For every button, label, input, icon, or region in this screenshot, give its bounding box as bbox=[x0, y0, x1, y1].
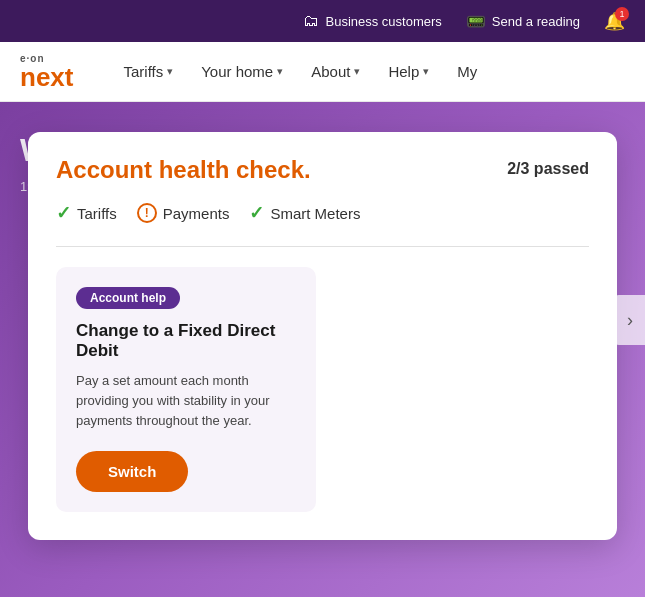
nav-tariffs-label: Tariffs bbox=[123, 63, 163, 80]
top-bar: 🗂 Business customers 📟 Send a reading 🔔 … bbox=[0, 0, 645, 42]
nav-my-label: My bbox=[457, 63, 477, 80]
card-description: Pay a set amount each month providing yo… bbox=[76, 371, 296, 431]
check-tariffs-label: Tariffs bbox=[77, 205, 117, 222]
logo-next: next bbox=[20, 64, 73, 90]
check-tariffs: ✓ Tariffs bbox=[56, 202, 117, 224]
nav-about-label: About bbox=[311, 63, 350, 80]
account-health-modal: Account health check. 2/3 passed ✓ Tarif… bbox=[28, 132, 617, 540]
modal-divider bbox=[56, 246, 589, 247]
check-smart-meters: ✓ Smart Meters bbox=[249, 202, 360, 224]
help-chevron-icon: ▾ bbox=[423, 65, 429, 78]
about-chevron-icon: ▾ bbox=[354, 65, 360, 78]
recommendation-card: Account help Change to a Fixed Direct De… bbox=[56, 267, 316, 512]
nav-my[interactable]: My bbox=[447, 57, 487, 86]
card-heading: Change to a Fixed Direct Debit bbox=[76, 321, 296, 361]
check-smart-meters-icon: ✓ bbox=[249, 202, 264, 224]
send-reading-link[interactable]: 📟 Send a reading bbox=[466, 12, 580, 31]
nav-bar: e·on next Tariffs ▾ Your home ▾ About ▾ … bbox=[0, 42, 645, 102]
check-smart-meters-label: Smart Meters bbox=[270, 205, 360, 222]
business-customers-link[interactable]: 🗂 Business customers bbox=[303, 12, 441, 30]
modal-title: Account health check. bbox=[56, 156, 311, 184]
tariffs-chevron-icon: ▾ bbox=[167, 65, 173, 78]
meter-icon: 📟 bbox=[466, 12, 486, 31]
notifications-link[interactable]: 🔔 1 bbox=[604, 11, 625, 32]
business-customers-label: Business customers bbox=[325, 14, 441, 29]
briefcase-icon: 🗂 bbox=[303, 12, 319, 30]
check-payments: ! Payments bbox=[137, 203, 230, 223]
switch-button[interactable]: Switch bbox=[76, 451, 188, 492]
send-reading-label: Send a reading bbox=[492, 14, 580, 29]
nav-your-home[interactable]: Your home ▾ bbox=[191, 57, 293, 86]
check-payments-icon: ! bbox=[137, 203, 157, 223]
nav-tariffs[interactable]: Tariffs ▾ bbox=[113, 57, 183, 86]
logo[interactable]: e·on next bbox=[20, 53, 73, 90]
modal-header: Account health check. 2/3 passed bbox=[56, 156, 589, 184]
nav-your-home-label: Your home bbox=[201, 63, 273, 80]
nav-items: Tariffs ▾ Your home ▾ About ▾ Help ▾ My bbox=[113, 57, 487, 86]
nav-help-label: Help bbox=[388, 63, 419, 80]
notification-badge: 1 bbox=[615, 7, 629, 21]
scroll-right-arrow[interactable]: › bbox=[615, 295, 645, 345]
card-tag: Account help bbox=[76, 287, 180, 309]
nav-about[interactable]: About ▾ bbox=[301, 57, 370, 86]
nav-help[interactable]: Help ▾ bbox=[378, 57, 439, 86]
passed-badge: 2/3 passed bbox=[507, 160, 589, 178]
checks-row: ✓ Tariffs ! Payments ✓ Smart Meters bbox=[56, 202, 589, 224]
check-payments-label: Payments bbox=[163, 205, 230, 222]
your-home-chevron-icon: ▾ bbox=[277, 65, 283, 78]
check-tariffs-icon: ✓ bbox=[56, 202, 71, 224]
